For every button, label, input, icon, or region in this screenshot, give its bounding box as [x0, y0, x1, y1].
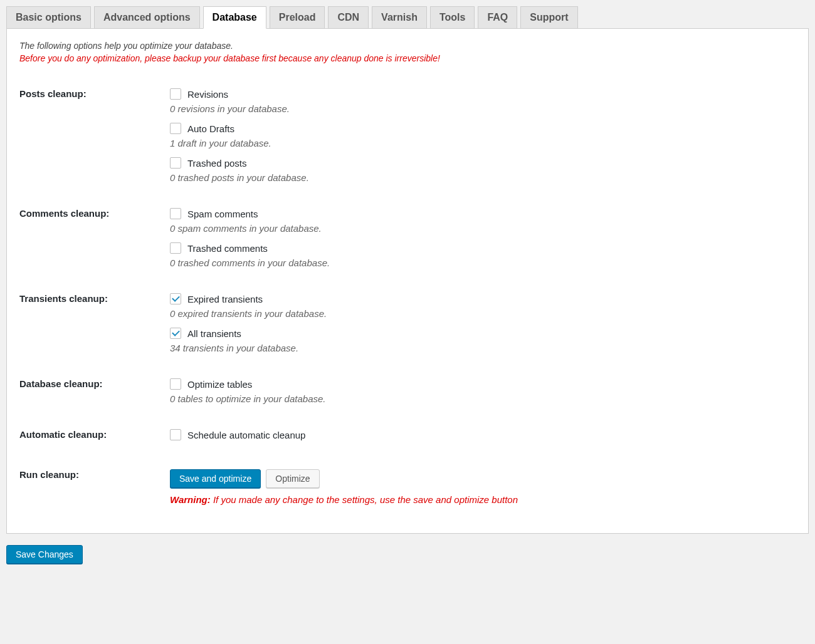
- tab-varnish[interactable]: Varnish: [372, 6, 427, 29]
- optimize-button[interactable]: Optimize: [266, 469, 319, 488]
- section-run-title: Run cleanup:: [19, 457, 170, 517]
- save-changes-button[interactable]: Save Changes: [6, 545, 83, 564]
- desc-auto-drafts: 1 draft in your database.: [170, 138, 796, 148]
- label-optimize-tables: Optimize tables: [187, 379, 252, 390]
- intro-text: The following options help you optimize …: [19, 41, 796, 51]
- checkbox-all-transients[interactable]: [170, 328, 181, 339]
- desc-revisions: 0 revisions in your database.: [170, 103, 796, 114]
- label-auto-drafts: Auto Drafts: [187, 123, 234, 134]
- checkbox-trashed-comments[interactable]: [170, 242, 181, 254]
- intro-warning: Before you do any optimization, please b…: [19, 53, 796, 63]
- tab-basic-options[interactable]: Basic options: [6, 6, 91, 29]
- tab-preload[interactable]: Preload: [270, 6, 325, 29]
- section-automatic-title: Automatic cleanup:: [19, 417, 170, 457]
- checkbox-spam-comments[interactable]: [170, 208, 181, 219]
- label-all-transients: All transients: [187, 328, 241, 339]
- desc-trashed-comments: 0 trashed comments in your database.: [170, 257, 796, 268]
- label-trashed-posts: Trashed posts: [187, 158, 247, 169]
- desc-all-transients: 34 transients in your database.: [170, 343, 796, 353]
- checkbox-trashed-posts[interactable]: [170, 157, 181, 169]
- desc-optimize-tables: 0 tables to optimize in your database.: [170, 393, 796, 404]
- tab-database[interactable]: Database: [203, 6, 266, 29]
- label-expired-transients: Expired transients: [187, 294, 263, 304]
- section-transients-title: Transients cleanup:: [19, 281, 170, 366]
- checkbox-auto-drafts[interactable]: [170, 123, 181, 134]
- tab-support[interactable]: Support: [520, 6, 577, 29]
- checkbox-optimize-tables[interactable]: [170, 378, 181, 390]
- tab-advanced-options[interactable]: Advanced options: [94, 6, 200, 29]
- label-trashed-comments: Trashed comments: [187, 243, 268, 254]
- desc-expired-transients: 0 expired transients in your database.: [170, 308, 796, 319]
- run-warning: Warning: If you made any change to the s…: [170, 494, 796, 505]
- desc-trashed-posts: 0 trashed posts in your database.: [170, 172, 796, 183]
- label-schedule-automatic: Schedule automatic cleanup: [187, 430, 305, 440]
- tab-nav: Basic options Advanced options Database …: [6, 6, 809, 28]
- section-comments-title: Comments cleanup:: [19, 195, 170, 281]
- label-revisions: Revisions: [187, 89, 228, 100]
- settings-panel: The following options help you optimize …: [6, 28, 809, 534]
- desc-spam-comments: 0 spam comments in your database.: [170, 223, 796, 234]
- tab-tools[interactable]: Tools: [430, 6, 475, 29]
- label-spam-comments: Spam comments: [187, 209, 258, 219]
- section-database-title: Database cleanup:: [19, 366, 170, 417]
- checkbox-schedule-automatic[interactable]: [170, 429, 181, 440]
- checkbox-expired-transients[interactable]: [170, 293, 181, 304]
- checkbox-revisions[interactable]: [170, 88, 181, 100]
- section-posts-title: Posts cleanup:: [19, 76, 170, 195]
- save-and-optimize-button[interactable]: Save and optimize: [170, 469, 261, 488]
- tab-cdn[interactable]: CDN: [328, 6, 369, 29]
- tab-faq[interactable]: FAQ: [478, 6, 517, 29]
